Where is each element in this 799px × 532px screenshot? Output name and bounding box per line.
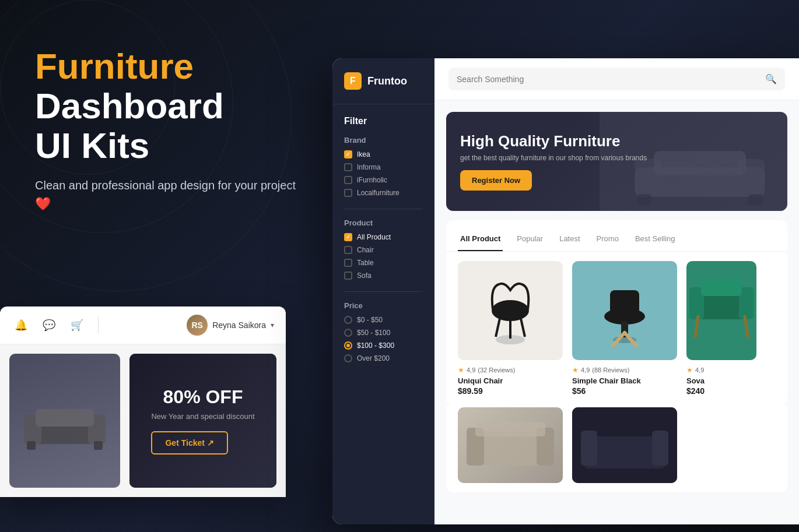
product-chair-checkbox[interactable] [344, 246, 352, 254]
logo-text: Fruntoo [367, 75, 407, 87]
brand-informa-checkbox[interactable] [344, 163, 352, 171]
product-sofa-checkbox[interactable] [344, 272, 352, 280]
tab-best-selling[interactable]: Best Selling [633, 230, 678, 251]
tab-promo[interactable]: Promo [594, 230, 621, 251]
product-sofa[interactable]: Sofa [344, 272, 423, 280]
tab-latest[interactable]: Latest [557, 230, 582, 251]
brand-informa-label: Informa [357, 163, 381, 171]
brand-ifurnholic-checkbox[interactable] [344, 176, 352, 184]
price-50-100-radio[interactable] [344, 329, 352, 337]
brand-ikea-checkbox[interactable] [344, 150, 352, 158]
brand-informa[interactable]: Informa [344, 163, 423, 171]
product-card-sm-1[interactable] [458, 407, 563, 483]
svg-rect-38 [652, 431, 668, 466]
product-price-2: $56 [572, 386, 677, 396]
price-over-200[interactable]: Over $200 [344, 354, 423, 362]
notification-icon[interactable]: 🔔 [12, 316, 30, 334]
product-price-1: $89.59 [458, 386, 563, 396]
product-name-2: Simple Chair Black [572, 376, 677, 385]
bottom-preview-panel: 🔔 💬 🛒 RS Reyna Saikora ▾ [0, 306, 286, 497]
svg-rect-28 [701, 279, 742, 296]
sofa-card [9, 354, 120, 488]
preview-body: 80% OFF New Year and special discount Ge… [0, 344, 286, 497]
promo-content: 80% OFF New Year and special discount Ge… [151, 387, 254, 454]
svg-line-29 [695, 316, 698, 337]
price-0-50-label: $0 - $50 [357, 316, 383, 324]
user-info[interactable]: RS Reyna Saikora ▾ [187, 315, 274, 336]
svg-rect-11 [749, 194, 762, 205]
brand-localfurniture-checkbox[interactable] [344, 189, 352, 197]
main-header: 🔍 [434, 58, 799, 100]
product-card-sm-2[interactable] [572, 407, 677, 483]
product-sm-svg-1 [458, 407, 563, 483]
filter-divider-1 [344, 209, 423, 209]
filter-divider-2 [344, 291, 423, 292]
price-100-300[interactable]: $100 - $300 [344, 341, 423, 350]
price-50-100[interactable]: $50 - $100 [344, 329, 423, 337]
product-card-2[interactable]: ★ 4,9 (88 Reviews) Simple Chair Black $5… [572, 261, 677, 396]
search-input[interactable] [457, 75, 759, 84]
product-tabs: All Product Popular Latest Promo Best Se… [446, 220, 787, 252]
search-icon: 🔍 [765, 73, 777, 84]
search-bar[interactable]: 🔍 [448, 68, 785, 90]
price-over-200-radio[interactable] [344, 354, 352, 362]
svg-rect-34 [475, 422, 545, 436]
product-all-checkbox[interactable] [344, 233, 352, 241]
hero-title-main: DashboardUI Kits [35, 86, 224, 165]
svg-rect-10 [637, 194, 651, 205]
star-icon-1: ★ [458, 366, 464, 374]
cart-icon[interactable]: 🛒 [68, 316, 86, 334]
product-price-3: $240 [686, 386, 756, 396]
product-filter-group: Product All Product Chair Table Sofa [344, 219, 423, 280]
price-0-50-radio[interactable] [344, 316, 352, 324]
product-chair-label: Chair [357, 246, 374, 254]
product-card-1[interactable]: ★ 4,9 (32 Reviews) Uniqui Chair $89.59 [458, 261, 563, 396]
heart-icon: ❤️ [35, 196, 51, 211]
product-chair[interactable]: Chair [344, 246, 423, 254]
product-all-label: All Product [357, 233, 391, 241]
price-filter-title: Price [344, 301, 423, 310]
banner: High Quality Furniture get the best qual… [446, 112, 787, 211]
promo-card: 80% OFF New Year and special discount Ge… [129, 354, 276, 488]
banner-subtitle: get the best quality furniture in our sh… [460, 154, 647, 162]
tab-popular[interactable]: Popular [514, 230, 545, 251]
svg-rect-37 [581, 431, 597, 466]
price-50-100-label: $50 - $100 [357, 329, 390, 337]
brand-localfurniture-label: Localfurniture [357, 189, 400, 197]
product-grid: ★ 4,9 (32 Reviews) Uniqui Chair $89.59 [446, 252, 787, 405]
star-icon-3: ★ [686, 366, 693, 374]
product-name-1: Uniqui Chair [458, 376, 563, 385]
banner-content: High Quality Furniture get the best qual… [460, 132, 647, 191]
svg-rect-5 [94, 441, 103, 450]
brand-filter-title: Brand [344, 136, 423, 145]
product-sofa-label: Sofa [357, 272, 372, 280]
filter-title: Filter [344, 116, 423, 126]
product-all[interactable]: All Product [344, 233, 423, 241]
star-icon-2: ★ [572, 366, 579, 374]
product-rating-3: ★ 4,9 [686, 366, 756, 374]
avatar: RS [187, 315, 208, 336]
price-100-300-radio[interactable] [344, 341, 352, 350]
chat-icon[interactable]: 💬 [40, 316, 58, 334]
svg-rect-9 [654, 151, 746, 175]
register-now-button[interactable]: Register Now [460, 170, 532, 191]
product-image-1 [458, 261, 563, 360]
price-0-50[interactable]: $0 - $50 [344, 316, 423, 324]
product-reviews-2: (88 Reviews) [592, 367, 629, 374]
hero-section: Furniture DashboardUI Kits Clean and pro… [35, 47, 303, 213]
product-name-3: Sova [686, 376, 756, 385]
product-card-3[interactable]: ★ 4,9 Sova $240 [686, 261, 756, 396]
sidebar-logo: F Fruntoo [332, 72, 434, 104]
chevron-down-icon: ▾ [271, 321, 274, 329]
get-ticket-button[interactable]: Get Ticket ↗ [151, 431, 227, 455]
tab-all-product[interactable]: All Product [458, 230, 503, 251]
product-table-checkbox[interactable] [344, 259, 352, 267]
product-table[interactable]: Table [344, 259, 423, 267]
brand-ikea[interactable]: Ikea [344, 150, 423, 158]
brand-localfurniture[interactable]: Localfurniture [344, 189, 423, 197]
price-100-300-label: $100 - $300 [357, 341, 394, 350]
brand-ifurnholic[interactable]: iFurnholic [344, 176, 423, 184]
product-sm-svg-2 [572, 407, 677, 483]
price-over-200-label: Over $200 [357, 354, 390, 362]
chair-svg-3 [686, 261, 756, 360]
